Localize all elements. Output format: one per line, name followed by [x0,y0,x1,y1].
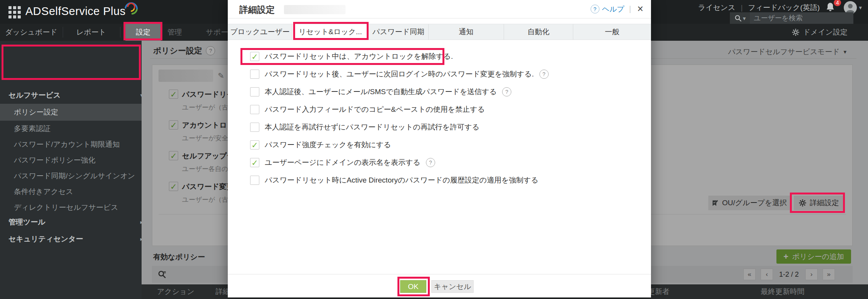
tab-reset-unlock[interactable]: リセット&ロック... [292,24,369,40]
sidebar-group-label: セキュリティセンター [8,234,83,244]
nav-tab-reports[interactable]: レポート [63,24,119,41]
option-row: ✓ パスワードリセット中は、アカウントロックを解除する. ? [228,48,651,65]
sidebar-item-conditional-access[interactable]: 条件付きアクセス [0,184,155,199]
password-strength-check-checkbox[interactable]: ✓ [250,140,259,150]
nav-separator [120,27,120,38]
close-icon[interactable]: × [636,4,645,14]
user-search-input[interactable] [750,14,853,22]
option-label: パスワードリセット後、ユーザーに次回ログイン時のパスワード変更を強制する. [265,69,534,79]
sidebar-item-mfa[interactable]: 多要素認証 [0,121,155,136]
help-icon: ? [591,5,599,13]
check-icon: ✓ [251,141,258,149]
sidebar-item-expiry-notification[interactable]: パスワード/アカウント期限通知 [0,136,155,152]
tab-general[interactable]: 一般 [573,24,651,40]
tab-automation[interactable]: 自動化 [504,24,573,40]
option-row: ✓ パスワードリセット後、ユーザーに次回ログイン時のパスワード変更を強制する. … [228,65,651,83]
allow-retry-without-reauth-checkbox[interactable]: ✓ [250,123,259,132]
ok-button[interactable]: OK [400,280,426,293]
avatar-caret-icon: ▾ [859,4,862,11]
option-label: ユーザーページにドメインの表示名を表示する [265,158,421,168]
unlock-during-reset-checkbox[interactable]: ✓ [250,52,259,61]
option-label: パスワードリセット中は、アカウントロックを解除する. [265,51,453,61]
send-generated-password-checkbox[interactable]: ✓ [250,87,259,96]
modal-tabbar: ブロックユーザー リセット&ロック... パスワード同期 通知 自動化 一般 [228,24,651,40]
sidebar-group-label: セルフサービス [8,90,61,100]
sidebar-item-password-policy-enforcer[interactable]: パスワードポリシー強化 [0,152,155,168]
cancel-button[interactable]: キャンセル [431,280,474,293]
sidebar-group-label: 管理ツール [8,217,45,227]
option-row: ✓ パスワード強度チェックを有効にする ? [228,136,651,154]
modal-help-link[interactable]: ? ヘルプ [591,4,624,14]
help-icon[interactable]: ? [426,158,435,167]
user-search: ▾ [730,12,853,24]
disable-copy-paste-checkbox[interactable]: ✓ [250,105,259,114]
header-separator: | [741,4,743,12]
domain-settings-label: ドメイン設定 [803,27,848,37]
header-separator: | [629,5,631,13]
app-logo-title: ADSelfService Plus [25,5,125,18]
option-label: 本人認証後、ユーザーにメール/SMSで自動生成パスワードを送信する [265,87,497,97]
redacted-policy-name [284,5,346,14]
help-icon[interactable]: ? [539,70,549,79]
check-icon: ✓ [251,159,258,167]
nav-tab-settings[interactable]: 設定 [125,24,161,41]
option-row: ✓ 本人認証後、ユーザーにメール/SMSで自動生成パスワードを送信する ? [228,83,651,101]
sidebar-item-password-sync-sso[interactable]: パスワード同期/シングルサインオン [0,168,155,184]
option-row: ✓ パスワード入力フィールドでのコピー&ペーストの使用を禁止する ? [228,101,651,118]
nav-tab-dashboard[interactable]: ダッシュボード [0,24,62,41]
domain-settings-button[interactable]: ドメイン設定 [792,24,848,41]
option-label: パスワードリセット時にActive Directoryのパスワードの履歴設定の適… [265,175,539,185]
tab-password-sync[interactable]: パスワード同期 [369,24,429,40]
sidebar-group-admin-tools[interactable]: 管理ツール ▸ [0,214,150,231]
feedback-link[interactable]: フィードバック(英語) [748,3,820,13]
logo-swoosh-icon [122,0,141,17]
sidebar-item-policy-configuration[interactable]: ポリシー設定 [0,104,155,121]
option-label: 本人認証を再試行せずにパスワードリセットの再試行を許可する [265,122,479,132]
nav-tab-admin[interactable]: 管理 [165,24,185,41]
tab-notification[interactable]: 通知 [429,24,504,40]
modal-title: 詳細設定 [239,4,275,16]
sidebar-group-self-service[interactable]: セルフサービス ▾ [0,87,150,104]
search-scope-icon[interactable]: ▾ [730,12,750,24]
option-row: ✓ ユーザーページにドメインの表示名を表示する ? [228,154,651,171]
advanced-settings-modal: 詳細設定 ? ヘルプ | × ブロックユーザー リセット&ロック... パスワー… [228,0,651,297]
app-grid-icon[interactable] [8,6,21,18]
gear-icon [792,28,800,36]
help-icon[interactable]: ? [502,87,511,96]
search-scope-caret-icon: ▾ [743,15,746,22]
show-domain-display-name-checkbox[interactable]: ✓ [250,158,259,167]
modal-options-list: ✓ パスワードリセット中は、アカウントロックを解除する. ? ✓ パスワードリセ… [228,48,651,189]
sidebar-group-security-center[interactable]: セキュリティセンター ▸ [0,231,150,248]
check-icon: ✓ [251,53,258,61]
option-row: ✓ 本人認証を再試行せずにパスワードリセットの再試行を許可する ? [228,118,651,136]
sidebar: セルフサービス ▾ ポリシー設定 多要素認証 パスワード/アカウント期限通知 パ… [0,41,142,299]
option-label: パスワード強度チェックを有効にする [265,140,391,150]
option-row: ✓ パスワードリセット時にActive Directoryのパスワードの履歴設定… [228,171,651,189]
sidebar-item-directory-self-service[interactable]: ディレクトリーセルフサービス [0,199,155,215]
notification-badge: 4 [834,0,841,6]
license-link[interactable]: ライセンス [698,3,735,13]
force-change-next-logon-checkbox[interactable]: ✓ [250,70,259,79]
enforce-ad-password-history-checkbox[interactable]: ✓ [250,176,259,185]
divider [228,274,651,274]
modal-header: 詳細設定 ? ヘルプ | × [228,0,651,18]
option-label: パスワード入力フィールドでのコピー&ペーストの使用を禁止する [265,105,485,115]
tab-block-users[interactable]: ブロックユーザー [228,24,292,40]
help-label: ヘルプ [602,4,624,14]
